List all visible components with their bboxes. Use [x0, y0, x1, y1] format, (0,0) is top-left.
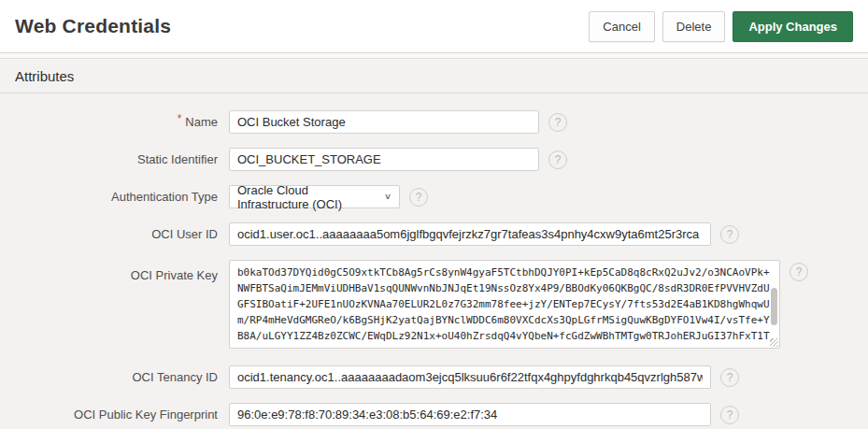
help-icon[interactable]: ? [548, 113, 567, 132]
oci-public-key-fingerprint-label: OCI Public Key Fingerprint [0, 408, 229, 422]
field-row-oci-private-key: OCI Private Key b0kaTOd37DYQid0gC5O9xtkT… [0, 260, 868, 349]
oci-tenancy-id-input[interactable] [229, 365, 711, 389]
help-icon[interactable]: ? [720, 225, 739, 244]
oci-public-key-fingerprint-input[interactable] [229, 403, 711, 426]
static-identifier-label: Static Identifier [0, 152, 229, 166]
help-icon[interactable]: ? [790, 263, 808, 281]
cancel-button[interactable]: Cancel [589, 11, 654, 42]
web-credentials-form: *Name ? Static Identifier ? Authenticati… [0, 93, 868, 426]
authentication-type-value: Oracle Cloud Infrastructure (OCI) [237, 183, 377, 211]
oci-user-id-label: OCI User ID [0, 227, 229, 241]
required-asterisk-icon: * [178, 112, 182, 125]
oci-user-id-input[interactable] [229, 222, 711, 246]
field-row-name: *Name ? [0, 110, 868, 134]
help-icon[interactable]: ? [548, 150, 567, 169]
attributes-region-header: Attributes [0, 59, 868, 93]
field-row-oci-user-id: OCI User ID ? [0, 222, 868, 246]
region-title: Attributes [15, 68, 74, 84]
oci-tenancy-id-label: OCI Tenancy ID [0, 370, 229, 384]
field-row-static-identifier: Static Identifier ? [0, 148, 868, 171]
authentication-type-label: Authentication Type [0, 190, 229, 204]
name-label: Name [185, 115, 218, 129]
authentication-type-select[interactable]: Oracle Cloud Infrastructure (OCI) ∨ [229, 185, 400, 208]
static-identifier-input[interactable] [229, 148, 539, 171]
page-header: Web Credentials Cancel Delete Apply Chan… [0, 0, 868, 53]
oci-private-key-label: OCI Private Key [0, 260, 229, 282]
apply-changes-button[interactable]: Apply Changes [733, 11, 853, 42]
name-input[interactable] [229, 110, 539, 134]
help-icon[interactable]: ? [720, 406, 739, 424]
help-icon[interactable]: ? [409, 188, 428, 207]
header-button-bar: Cancel Delete Apply Changes [589, 11, 853, 42]
field-row-oci-tenancy-id: OCI Tenancy ID ? [0, 365, 868, 389]
chevron-down-icon: ∨ [384, 192, 391, 201]
oci-private-key-textarea[interactable]: b0kaTOd37DYQid0gC5O9xtkTCb8Ag5rCs8ynW4gy… [229, 260, 780, 349]
field-row-oci-public-key-fingerprint: OCI Public Key Fingerprint ? [0, 403, 868, 426]
delete-button[interactable]: Delete [662, 11, 726, 42]
help-icon[interactable]: ? [720, 368, 739, 387]
field-row-authentication-type: Authentication Type Oracle Cloud Infrast… [0, 185, 868, 208]
page-title: Web Credentials [15, 15, 171, 37]
